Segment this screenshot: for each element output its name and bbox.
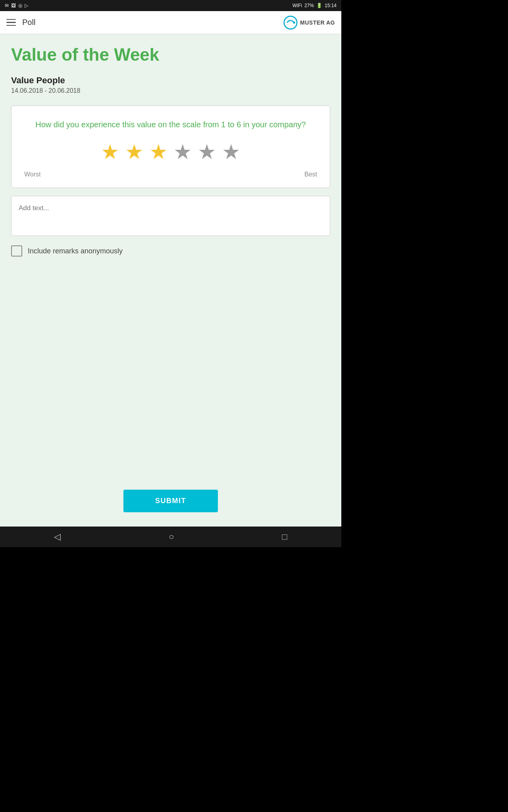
star-6[interactable]: ★ [222,142,241,162]
spacer [11,272,330,490]
value-date: 14.06.2018 - 20.06.2018 [11,87,330,94]
star-5[interactable]: ★ [198,142,216,162]
text-area-container[interactable] [11,196,330,236]
status-bar: ✉ 🖼 ◎ ▷ WiFi 27% 🔋 15:14 [0,0,341,11]
image-icon: 🖼 [11,3,16,8]
mail-icon: ✉ [5,3,9,8]
play-icon: ▷ [25,3,28,8]
star-3[interactable]: ★ [149,142,168,162]
checkbox-row: Include remarks anonymously [11,245,330,257]
rating-labels: Worst Best [23,171,319,178]
home-icon[interactable]: ○ [169,532,174,542]
svg-point-1 [293,21,295,23]
checkbox-label: Include remarks anonymously [28,247,123,255]
recent-icon[interactable]: □ [282,532,287,542]
hamburger-menu[interactable] [6,19,16,26]
comment-textarea[interactable] [19,204,323,226]
time-display: 15:14 [325,3,337,8]
app-bar: Poll MUSTER AG [0,11,341,34]
rating-question: How did you experience this value on the… [23,119,319,130]
battery-level: 27% [304,3,314,8]
muster-ag-logo [283,15,298,30]
app-bar-title: Poll [22,18,283,27]
logo-area: MUSTER AG [283,15,335,30]
hamburger-line-1 [6,19,16,20]
status-bar-left: ✉ 🖼 ◎ ▷ [5,3,28,8]
stars-row: ★ ★ ★ ★ ★ ★ [23,142,319,162]
main-content: Value of the Week Value People 14.06.201… [0,34,341,527]
star-4[interactable]: ★ [173,142,192,162]
location-icon: ◎ [18,3,22,8]
star-1[interactable]: ★ [101,142,119,162]
star-2[interactable]: ★ [125,142,144,162]
label-best: Best [304,171,317,178]
logo-text: MUSTER AG [300,19,335,26]
submit-button[interactable]: SUBMIT [123,490,218,512]
label-worst: Worst [24,171,40,178]
hamburger-line-2 [6,22,16,23]
battery-icon: 🔋 [316,3,322,8]
bottom-nav: ◁ ○ □ [0,527,341,547]
back-icon[interactable]: ◁ [54,532,61,542]
anonymous-checkbox[interactable] [11,245,22,257]
submit-section: SUBMIT [11,490,330,527]
value-name: Value People [11,75,330,86]
wifi-icon: WiFi [292,3,302,8]
hamburger-line-3 [6,25,16,26]
status-bar-right: WiFi 27% 🔋 15:14 [292,3,337,8]
rating-card: How did you experience this value on the… [11,105,330,188]
page-title: Value of the Week [11,45,330,64]
